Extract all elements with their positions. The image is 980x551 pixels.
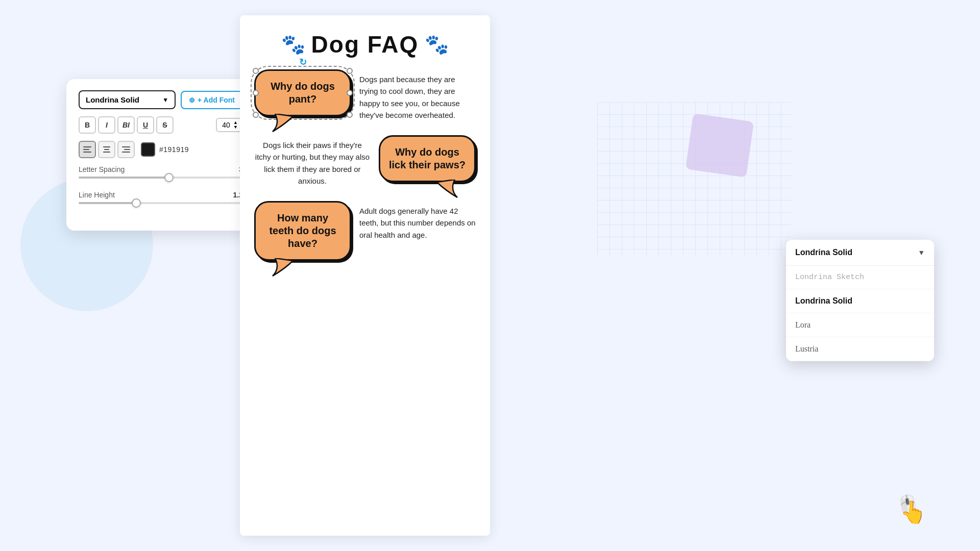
doc-title-row: 🐾 Dog FAQ 🐾	[254, 31, 476, 58]
font-option-londrina-sketch[interactable]: Londrina Sketch	[786, 266, 934, 289]
handle-br[interactable]	[347, 112, 353, 118]
bubble-question-1: Why do dogs pant?	[271, 81, 335, 105]
color-control[interactable]: #191919	[141, 142, 189, 157]
bubble-tail-3	[270, 258, 296, 277]
letter-spacing-fill	[79, 177, 169, 179]
align-center-icon	[101, 144, 112, 155]
paw-icon-right: 🐾	[425, 33, 449, 56]
color-hex-value: #191919	[159, 145, 189, 154]
paw-icon-left: 🐾	[281, 33, 305, 56]
faq-row-2: Why do dogs lick their paws? Dogs lick t…	[254, 135, 476, 187]
faq-row-3: How many teeth do dogs have? Adult dogs …	[254, 201, 476, 261]
font-select-value: Londrina Solid	[86, 95, 139, 104]
strikethrough-button[interactable]: S	[156, 116, 174, 134]
font-option-lustria[interactable]: Lustria	[786, 337, 934, 361]
bubble-question-2: Why do dogs lick their paws?	[389, 146, 465, 170]
font-dropdown-header[interactable]: Londrina Solid ▼	[786, 240, 934, 266]
speech-bubble-2[interactable]: Why do dogs lick their paws?	[379, 135, 476, 182]
italic-button[interactable]: I	[98, 116, 115, 134]
handle-tr[interactable]	[347, 68, 353, 74]
line-height-fill	[79, 202, 136, 204]
align-right-button[interactable]	[117, 141, 135, 158]
font-dropdown-selected-value: Londrina Solid	[795, 248, 852, 257]
line-height-track[interactable]	[79, 202, 243, 204]
font-option-label-sketch: Londrina Sketch	[795, 273, 864, 282]
bg-purple-rect-decoration	[685, 113, 754, 178]
handle-tl[interactable]	[253, 68, 259, 74]
font-size-control[interactable]: 40 ▲ ▼	[216, 118, 243, 132]
font-select[interactable]: Londrina Solid ▼	[79, 90, 176, 109]
add-font-button[interactable]: ⊕ + Add Font	[181, 91, 243, 109]
letter-spacing-control: Letter Spacing 3	[79, 165, 243, 187]
font-option-lora[interactable]: Lora	[786, 313, 934, 337]
font-option-label-solid: Londrina Solid	[795, 296, 852, 305]
speech-bubble-1[interactable]: ↻ Why do dogs pant?	[254, 69, 351, 116]
document-canvas: 🐾 Dog FAQ 🐾 ↻ Why do dogs pant? Dogs pan…	[240, 15, 490, 536]
rotate-handle[interactable]: ↻	[299, 57, 307, 68]
faq-row-1: ↻ Why do dogs pant? Dogs pant because th…	[254, 69, 476, 121]
handle-ml[interactable]	[253, 90, 259, 96]
bold-button[interactable]: B	[79, 116, 96, 134]
bubble-tail-1	[270, 114, 296, 132]
add-font-label: + Add Font	[198, 96, 235, 104]
letter-spacing-track[interactable]	[79, 177, 243, 179]
font-option-londrina-solid[interactable]: Londrina Solid	[786, 289, 934, 313]
color-swatch[interactable]	[141, 142, 155, 157]
bold-italic-button[interactable]: BI	[117, 116, 135, 134]
align-center-button[interactable]	[98, 141, 115, 158]
align-color-row: #191919	[79, 141, 243, 158]
faq-answer-2: Dogs lick their paws if they're itchy or…	[254, 135, 371, 187]
font-size-arrows[interactable]: ▲ ▼	[233, 120, 238, 130]
bubble-question-3: How many teeth do dogs have?	[269, 212, 336, 249]
letter-spacing-thumb[interactable]	[164, 173, 174, 182]
format-buttons-row: B I BI U S 40 ▲ ▼	[79, 116, 243, 134]
bubble-tail-2	[434, 180, 460, 198]
faq-answer-1: Dogs pant because they are trying to coo…	[359, 69, 476, 121]
letter-spacing-label: Letter Spacing	[79, 165, 125, 173]
font-dropdown-panel: Londrina Solid ▼ Londrina Sketch Londrin…	[786, 240, 934, 361]
underline-button[interactable]: U	[137, 116, 154, 134]
font-option-label-lora: Lora	[795, 320, 811, 329]
font-option-label-lustria: Lustria	[795, 344, 818, 353]
line-height-thumb[interactable]	[132, 198, 141, 208]
font-dropdown-arrow-icon: ▼	[918, 248, 925, 257]
text-format-panel: Londrina Solid ▼ ⊕ + Add Font B I BI U S…	[66, 79, 255, 231]
plus-icon: ⊕	[189, 96, 195, 104]
doc-title[interactable]: Dog FAQ	[311, 31, 419, 58]
handle-mr[interactable]	[347, 90, 353, 96]
align-right-icon	[120, 144, 132, 155]
cursor-hand-icon: 🖱️	[894, 492, 922, 518]
handle-bl[interactable]	[253, 112, 259, 118]
speech-bubble-3[interactable]: How many teeth do dogs have?	[254, 201, 351, 261]
font-size-down-icon[interactable]: ▼	[233, 125, 238, 130]
align-left-icon	[81, 144, 93, 155]
font-select-arrow-icon: ▼	[162, 96, 168, 104]
pointing-hand-cursor: 👆	[899, 498, 927, 525]
line-height-label: Line Height	[79, 191, 115, 199]
line-height-control: Line Height 1.2	[79, 191, 243, 212]
font-size-value: 40	[221, 121, 231, 129]
align-left-button[interactable]	[79, 141, 96, 158]
faq-answer-3: Adult dogs generally have 42 teeth, but …	[359, 201, 476, 241]
